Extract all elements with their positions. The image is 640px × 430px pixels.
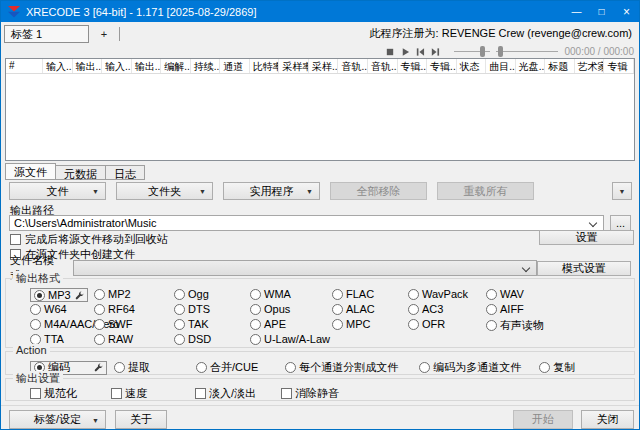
slider-thumb[interactable] [480, 46, 485, 57]
checkbox-icon[interactable] [281, 388, 292, 399]
tab-元数据[interactable]: 元数据 [55, 165, 106, 180]
format-option-DTS[interactable]: DTS [174, 303, 250, 315]
radio-icon[interactable] [30, 304, 41, 315]
wrench-icon[interactable] [75, 291, 84, 300]
stop-icon[interactable] [385, 47, 395, 57]
column-header[interactable]: 曲目... [486, 59, 516, 73]
output-settings-button[interactable]: 设置 [539, 230, 634, 245]
radio-icon[interactable] [285, 362, 296, 373]
chevron-down-icon[interactable] [589, 219, 597, 227]
radio-icon[interactable] [174, 304, 185, 315]
format-option-RAW[interactable]: RAW [94, 333, 174, 345]
action-option-编码为多通道文件[interactable]: 编码为多通道文件 [419, 360, 521, 375]
chevron-down-icon[interactable] [521, 264, 529, 272]
action-option-合并/CUE[interactable]: 合并/CUE [196, 360, 258, 375]
column-header[interactable]: 采样... [309, 59, 339, 73]
output-setting-option-淡入/淡出[interactable]: 淡入/淡出 [195, 386, 256, 401]
format-option-WMA[interactable]: WMA [250, 288, 332, 300]
format-option-FLAC[interactable]: FLAC [332, 288, 408, 300]
action-option-复制[interactable]: 复制 [539, 360, 575, 375]
output-path-combobox[interactable]: C:\Users\Administrator\Music [9, 215, 604, 231]
format-option-Ogg[interactable]: Ogg [174, 288, 250, 300]
format-option-U-Law/A-Law[interactable]: U-Law/A-Law [250, 333, 332, 345]
column-header[interactable]: 输出... [73, 59, 103, 73]
column-header[interactable]: 采样率 [279, 59, 309, 73]
format-option-MP2[interactable]: MP2 [94, 288, 174, 300]
action-option-提取[interactable]: 提取 [114, 360, 150, 375]
radio-icon[interactable] [250, 334, 261, 345]
column-header[interactable]: 比特率 [250, 59, 280, 73]
radio-icon[interactable] [34, 290, 45, 301]
checkbox-icon[interactable] [195, 388, 206, 399]
format-option-WavPack[interactable]: WavPack [408, 288, 486, 300]
radio-icon[interactable] [94, 289, 105, 300]
column-header[interactable]: 输出... [132, 59, 162, 73]
minimize-button[interactable]: — [564, 1, 589, 22]
radio-icon[interactable] [174, 334, 185, 345]
volume-slider[interactable] [496, 46, 558, 57]
tab-label-1[interactable]: 标签 1 [4, 25, 89, 43]
column-header[interactable]: # [6, 59, 43, 73]
format-option-MPC[interactable]: MPC [332, 318, 408, 330]
add-tab-button[interactable]: + [89, 28, 119, 40]
format-option-DSD[interactable]: DSD [174, 333, 250, 345]
output-setting-option-速度[interactable]: 速度 [111, 386, 147, 401]
format-option-AC3[interactable]: AC3 [408, 303, 486, 315]
output-setting-option-消除静音[interactable]: 消除静音 [281, 386, 339, 401]
radio-icon[interactable] [332, 319, 343, 330]
radio-icon[interactable] [332, 289, 343, 300]
radio-icon[interactable] [94, 304, 105, 315]
folder-button[interactable]: 文件夹 ▼ [116, 182, 213, 200]
radio-icon[interactable] [250, 289, 261, 300]
radio-icon[interactable] [94, 319, 105, 330]
position-slider[interactable] [454, 46, 490, 57]
radio-icon[interactable] [408, 319, 419, 330]
radio-icon[interactable] [486, 304, 497, 315]
recycle-checkbox[interactable] [10, 234, 21, 245]
previous-icon[interactable] [415, 47, 425, 57]
radio-icon[interactable] [419, 362, 430, 373]
about-button[interactable]: 关于 [115, 410, 167, 429]
column-header[interactable]: 音轨... [338, 59, 368, 73]
maximize-button[interactable]: □ [589, 1, 614, 22]
column-header[interactable]: 输入... [102, 59, 132, 73]
close-window-button[interactable]: × [614, 1, 639, 22]
wrench-icon[interactable] [94, 363, 103, 372]
column-header[interactable]: 通道 [220, 59, 250, 73]
radio-icon[interactable] [539, 362, 550, 373]
radio-icon[interactable] [174, 289, 185, 300]
close-button[interactable]: 关闭 [581, 410, 634, 429]
column-header[interactable]: 标题 [545, 59, 575, 73]
format-option-M4A/AAC/Nero[interactable]: M4A/AAC/Nero [30, 318, 94, 330]
checkbox-icon[interactable] [111, 388, 122, 399]
utility-button[interactable]: 实用程序 ▼ [223, 182, 320, 200]
radio-icon[interactable] [30, 319, 41, 330]
format-option-MP3[interactable]: MP3 [30, 288, 88, 302]
format-option-SWF[interactable]: SWF [94, 318, 174, 330]
radio-icon[interactable] [30, 334, 41, 345]
column-header[interactable]: 持续... [191, 59, 221, 73]
play-icon[interactable] [400, 47, 410, 57]
format-option-TAK[interactable]: TAK [174, 318, 250, 330]
format-option-ALAC[interactable]: ALAC [332, 303, 408, 315]
format-option-OFR[interactable]: OFR [408, 318, 486, 330]
format-option-RF64[interactable]: RF64 [94, 303, 174, 315]
file-button[interactable]: 文件 ▼ [9, 182, 106, 200]
recycle-option[interactable]: 完成后将源文件移动到回收站 [10, 232, 168, 247]
format-option-W64[interactable]: W64 [30, 303, 94, 315]
browse-button[interactable]: ... [610, 215, 631, 231]
radio-icon[interactable] [174, 319, 185, 330]
radio-icon[interactable] [408, 289, 419, 300]
column-header[interactable]: 输入... [43, 59, 73, 73]
radio-icon[interactable] [250, 304, 261, 315]
radio-icon[interactable] [408, 304, 419, 315]
pattern-settings-button[interactable]: 模式设置 [537, 261, 631, 276]
radio-icon[interactable] [250, 319, 261, 330]
slider-thumb[interactable] [498, 46, 503, 57]
more-options-button[interactable]: ▼ [612, 182, 632, 200]
next-icon[interactable] [430, 47, 440, 57]
column-header[interactable]: 艺术家 [575, 59, 605, 73]
radio-icon[interactable] [114, 362, 125, 373]
format-option-有声读物[interactable]: 有声读物 [486, 318, 634, 333]
column-header[interactable]: 光盘... [516, 59, 546, 73]
